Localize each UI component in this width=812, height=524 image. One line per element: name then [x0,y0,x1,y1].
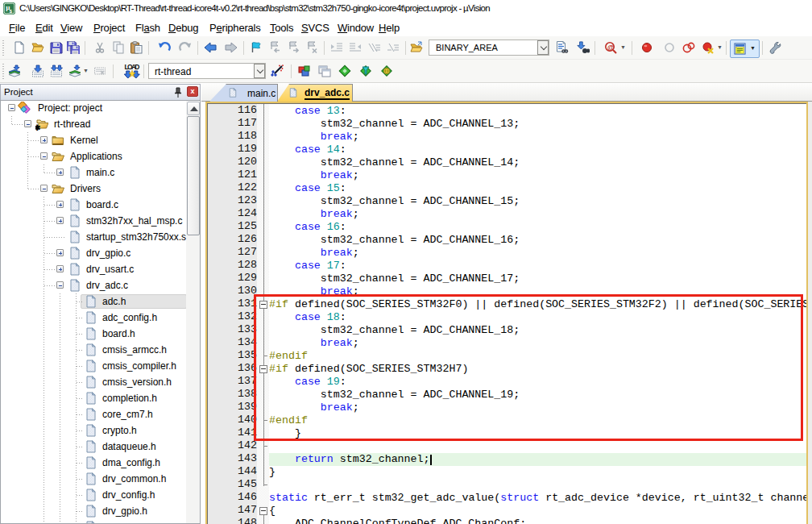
svg-text:s: s [9,8,12,14]
